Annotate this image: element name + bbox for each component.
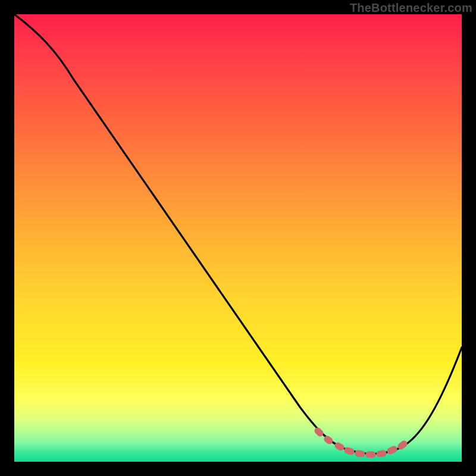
attribution-text: TheBottlenecker.com xyxy=(350,1,472,15)
chart-svg xyxy=(14,14,462,462)
svg-line-7 xyxy=(390,449,394,451)
plot-area xyxy=(14,14,462,462)
svg-line-3 xyxy=(347,450,351,452)
bottleneck-curve xyxy=(14,14,462,454)
svg-line-1 xyxy=(327,439,330,441)
svg-line-0 xyxy=(318,431,320,433)
svg-line-4 xyxy=(358,453,362,454)
optimal-zone-markers xyxy=(318,431,404,455)
svg-line-6 xyxy=(380,453,383,454)
svg-line-8 xyxy=(401,444,404,446)
svg-line-2 xyxy=(338,446,341,447)
